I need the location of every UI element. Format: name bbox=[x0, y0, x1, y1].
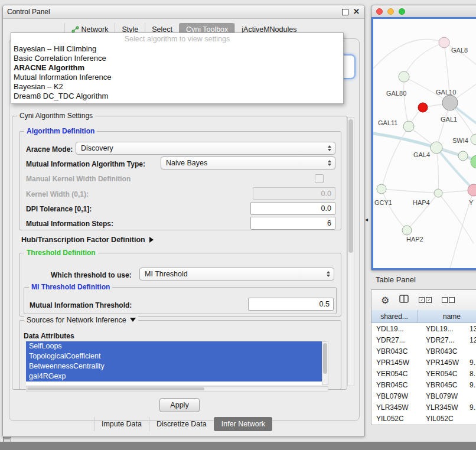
table-row[interactable]: YPR145W YPR145W 9. bbox=[371, 357, 476, 368]
node-label: GAL11 bbox=[378, 119, 397, 126]
attribute-item[interactable]: BetweennessCentrality bbox=[26, 361, 322, 371]
cell-shared-name: YBL079W bbox=[371, 392, 421, 400]
dropdown-item[interactable]: Bayesian – K2 bbox=[11, 82, 343, 92]
scrollbar-thumb[interactable] bbox=[323, 343, 327, 374]
network-node[interactable] bbox=[418, 103, 428, 112]
scrollbar-thumb[interactable] bbox=[348, 119, 353, 253]
algorithm-dropdown-popup: Select algorithm to view settings Bayesi… bbox=[11, 32, 344, 104]
table-row[interactable]: YDR27... YDR27... 12 bbox=[371, 334, 476, 345]
attribute-list-hscrollbar[interactable] bbox=[26, 386, 328, 392]
bottom-tab-label: Infer Network bbox=[221, 420, 265, 428]
bottom-tab[interactable]: Discretize Data bbox=[149, 417, 214, 431]
mi-steps-value: 6 bbox=[327, 219, 331, 227]
table-panel: ⚙ ✓✓ shared... name YDL19... YDL19... 13 bbox=[371, 289, 476, 425]
mi-steps-field[interactable]: 6 bbox=[250, 217, 335, 230]
table-header-cell[interactable]: name bbox=[418, 310, 476, 323]
aracne-mode-value: Discovery bbox=[81, 144, 113, 152]
dropdown-item-label: Basic Correlation Inference bbox=[14, 54, 106, 63]
attribute-item-label: SelfLoops bbox=[29, 342, 62, 350]
cell-name: YLR345W bbox=[421, 403, 467, 412]
table-body: YDL19... YDL19... 13 YDR27... YDR27... 1… bbox=[371, 323, 476, 425]
table-header-cell[interactable]: shared... bbox=[371, 310, 418, 323]
window-title: Control Panel bbox=[3, 8, 50, 16]
gear-icon[interactable]: ⚙ bbox=[381, 295, 389, 306]
node-label: GAL4 bbox=[413, 151, 430, 158]
node-label: GCY1 bbox=[374, 199, 392, 206]
dropdown-item[interactable]: Basic Correlation Inference bbox=[11, 54, 343, 63]
attribute-list-vscrollbar[interactable] bbox=[322, 341, 328, 385]
network-canvas[interactable]: GAL8GAL80GAL10GAL1GAL11SWI4GAL4GCY1HAP4Y… bbox=[373, 19, 476, 268]
table-row[interactable]: YBR043C YBR043C bbox=[371, 345, 476, 357]
node-label: HAP2 bbox=[406, 236, 423, 243]
attribute-item-label: TopologicalCoefficient bbox=[29, 352, 100, 360]
attribute-item-label: BetweennessCentrality bbox=[29, 362, 105, 370]
table-row[interactable]: YLR345W YLR345W 9. bbox=[371, 402, 476, 413]
network-edge bbox=[373, 40, 444, 69]
bottom-tab[interactable]: Infer Network bbox=[214, 417, 272, 431]
network-node[interactable] bbox=[399, 71, 409, 82]
which-threshold-combo[interactable]: MI Threshold bbox=[139, 268, 334, 281]
stepper-icon bbox=[328, 145, 331, 151]
network-node[interactable] bbox=[431, 142, 442, 154]
hub-definition-label: Hub/Transcription Factor Definition bbox=[21, 236, 145, 244]
dpi-tolerance-field[interactable]: 0.0 bbox=[250, 202, 335, 215]
kernel-width-field: 0.0 bbox=[253, 187, 335, 200]
cell-name: YER054C bbox=[421, 370, 467, 378]
network-view-window: GAL8GAL80GAL10GAL1GAL11SWI4GAL4GCY1HAP4Y… bbox=[371, 5, 476, 270]
deselect-all-icon[interactable] bbox=[442, 297, 455, 303]
float-window-icon[interactable] bbox=[342, 9, 348, 15]
attribute-item[interactable]: SelfLoops bbox=[26, 341, 322, 351]
network-node[interactable] bbox=[402, 226, 412, 235]
network-edge bbox=[404, 43, 444, 77]
table-row[interactable]: YIL052C YIL052C bbox=[371, 413, 476, 424]
cell-name: YDR27... bbox=[421, 336, 467, 344]
select-all-icon[interactable]: ✓✓ bbox=[419, 297, 432, 303]
attribute-item[interactable]: TopologicalCoefficient bbox=[26, 351, 322, 361]
aracne-mode-combo[interactable]: Discovery bbox=[76, 142, 335, 155]
network-edge bbox=[438, 193, 474, 243]
table-row[interactable]: YDL19... YDL19... 13 bbox=[371, 323, 476, 334]
mi-type-value: Naive Bayes bbox=[166, 159, 207, 167]
minimize-traffic-button[interactable] bbox=[387, 8, 394, 15]
caret-right-icon bbox=[149, 237, 154, 243]
manual-kernel-checkbox bbox=[315, 174, 324, 183]
dropdown-item[interactable]: Bayesian – Hill Climbing bbox=[11, 44, 343, 54]
dropdown-item[interactable]: Dream8 DC_TDC Algorithm bbox=[11, 92, 343, 101]
attribute-item[interactable]: gal4RGexp bbox=[26, 371, 322, 381]
data-attributes-label: Data Attributes bbox=[24, 332, 74, 340]
bottom-tab[interactable]: Impute Data bbox=[94, 417, 149, 431]
network-node[interactable] bbox=[434, 189, 442, 197]
table-row[interactable]: YER054C YER054C 8. bbox=[371, 368, 476, 379]
threshold-definition-title: Threshold Definition bbox=[24, 249, 98, 257]
dropdown-item-label: Bayesian – K2 bbox=[14, 82, 63, 91]
dropdown-item[interactable]: Mutual Information Inference bbox=[11, 73, 343, 82]
dropdown-item[interactable]: ARACNE Algorithm bbox=[11, 63, 343, 73]
kernel-width-value: 0.0 bbox=[321, 190, 331, 198]
apply-button[interactable]: Apply bbox=[159, 398, 200, 412]
mi-threshold-group-title: MI Threshold Definition bbox=[29, 283, 112, 291]
close-icon[interactable]: ✕ bbox=[353, 8, 360, 15]
network-node[interactable] bbox=[442, 95, 458, 110]
cell-value: 9. bbox=[467, 403, 476, 412]
network-node[interactable] bbox=[403, 121, 414, 132]
mi-threshold-field[interactable]: 0.5 bbox=[248, 298, 334, 311]
sources-toggle[interactable]: Sources for Network Inference bbox=[24, 316, 138, 324]
close-traffic-button[interactable] bbox=[376, 8, 383, 15]
settings-group-title: Cyni Algorithm Settings bbox=[17, 112, 95, 120]
table-row[interactable]: YBL079W YBL079W bbox=[371, 390, 476, 402]
settings-vscrollbar[interactable] bbox=[347, 117, 354, 386]
scrollbar-thumb[interactable] bbox=[27, 387, 204, 390]
mi-type-combo[interactable]: Naive Bayes bbox=[161, 156, 335, 169]
node-label: GAL80 bbox=[386, 90, 406, 97]
splitter-collapse-icon[interactable]: ◂ bbox=[365, 216, 368, 223]
dropdown-item-label: Mutual Information Inference bbox=[14, 73, 111, 81]
network-node[interactable] bbox=[471, 134, 476, 145]
columns-icon[interactable] bbox=[399, 295, 409, 305]
table-row[interactable]: YBR045C YBR045C 9. bbox=[371, 379, 476, 390]
network-node[interactable] bbox=[377, 184, 386, 194]
cell-shared-name: YBR045C bbox=[371, 381, 421, 389]
hub-definition-toggle[interactable]: Hub/Transcription Factor Definition bbox=[21, 236, 154, 244]
network-node[interactable] bbox=[458, 151, 468, 161]
network-node[interactable] bbox=[439, 37, 449, 48]
zoom-traffic-button[interactable] bbox=[399, 8, 405, 15]
